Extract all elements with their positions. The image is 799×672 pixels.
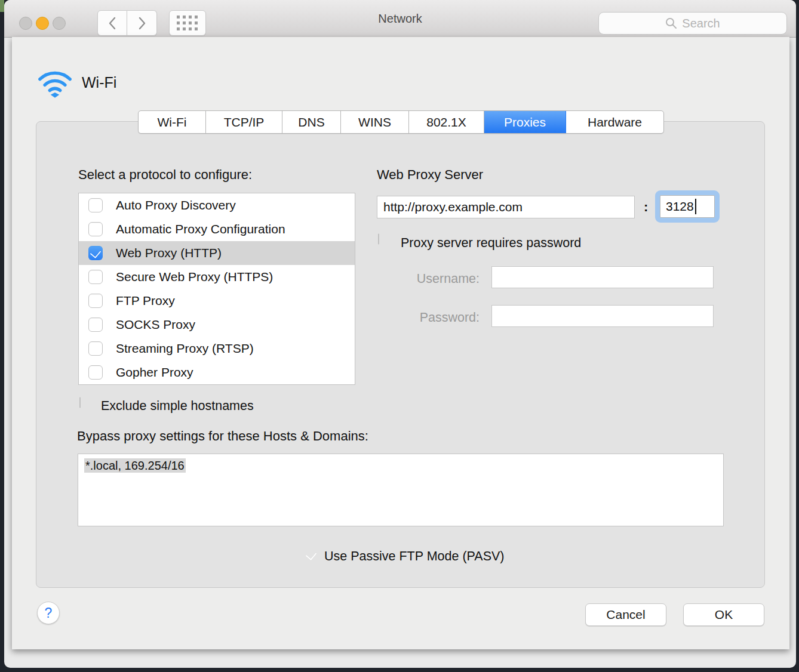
ok-button-label: OK — [715, 608, 733, 622]
bypass-label: Bypass proxy settings for these Hosts & … — [77, 429, 368, 444]
protocol-row[interactable]: FTP Proxy — [79, 289, 355, 313]
protocol-checkbox[interactable] — [88, 341, 103, 356]
grid-icon — [177, 16, 198, 31]
protocol-label: Web Proxy (HTTP) — [116, 246, 222, 260]
bypass-textarea[interactable]: *.local, 169.254/16 — [78, 454, 724, 526]
proxies-sheet: Wi-Fi Wi-Fi TCP/IP DNS WINS 802.1X Proxi… — [12, 37, 789, 649]
protocol-label: Secure Web Proxy (HTTPS) — [116, 270, 273, 284]
forward-button[interactable] — [127, 10, 157, 36]
chevron-left-icon — [108, 17, 116, 30]
show-all-button[interactable] — [169, 10, 206, 36]
protocol-checkbox[interactable] — [88, 294, 103, 308]
proxy-port-focus-ring: 3128 — [655, 190, 720, 223]
desktop-sliver — [0, 0, 4, 12]
tab-hardware[interactable]: Hardware — [566, 111, 663, 133]
help-button[interactable]: ? — [37, 602, 60, 624]
protocol-list-label: Select a protocol to configure: — [78, 167, 252, 183]
web-proxy-server-heading: Web Proxy Server — [377, 167, 483, 183]
tab-8021x[interactable]: 802.1X — [409, 111, 484, 133]
close-button[interactable] — [19, 17, 32, 30]
protocol-label: SOCKS Proxy — [116, 317, 195, 332]
search-icon — [665, 17, 677, 29]
nav-buttons — [97, 10, 157, 36]
protocol-checkbox[interactable] — [88, 270, 103, 284]
password-label: Password: — [323, 310, 480, 325]
protocol-label: Streaming Proxy (RTSP) — [116, 341, 254, 356]
tab-wins[interactable]: WINS — [341, 111, 409, 133]
username-input[interactable] — [491, 266, 714, 288]
zoom-button[interactable] — [53, 17, 66, 30]
ok-button[interactable]: OK — [683, 603, 764, 626]
protocol-row[interactable]: Streaming Proxy (RTSP) — [79, 337, 355, 360]
back-button[interactable] — [97, 10, 127, 36]
tab-dns[interactable]: DNS — [282, 111, 341, 133]
username-label: Username: — [323, 272, 480, 286]
tab-bar: Wi-Fi TCP/IP DNS WINS 802.1X Proxies Har… — [138, 110, 664, 134]
titlebar: Network Search — [4, 0, 796, 38]
protocol-checkbox[interactable] — [88, 246, 103, 260]
text-cursor — [695, 199, 696, 214]
protocol-row[interactable]: Web Proxy (HTTP) — [79, 241, 355, 265]
cancel-button[interactable]: Cancel — [585, 603, 666, 626]
port-separator: : — [644, 199, 648, 215]
protocol-label: FTP Proxy — [116, 294, 175, 308]
proxies-panel: Select a protocol to configure: Auto Pro… — [36, 121, 765, 588]
protocol-label: Auto Proxy Discovery — [116, 198, 236, 212]
protocol-label: Gopher Proxy — [116, 365, 193, 380]
connection-name: Wi-Fi — [82, 74, 116, 91]
protocol-label: Automatic Proxy Configuration — [116, 222, 285, 236]
search-input[interactable]: Search — [598, 12, 787, 35]
protocol-row[interactable]: Secure Web Proxy (HTTPS) — [79, 265, 355, 289]
tab-tcpip[interactable]: TCP/IP — [206, 111, 282, 133]
minimize-button[interactable] — [36, 17, 49, 30]
protocol-row[interactable]: Gopher Proxy — [79, 360, 355, 384]
protocol-row[interactable]: SOCKS Proxy — [79, 313, 355, 337]
exclude-hostnames-label: Exclude simple hostnames — [101, 399, 254, 414]
wifi-icon — [36, 67, 74, 98]
protocol-checkbox[interactable] — [88, 222, 103, 236]
search-placeholder: Search — [682, 17, 720, 30]
tab-wifi[interactable]: Wi-Fi — [139, 111, 206, 133]
proxy-server-input[interactable] — [377, 196, 635, 218]
password-input[interactable] — [491, 305, 714, 327]
protocol-row[interactable]: Automatic Proxy Configuration — [79, 217, 355, 241]
cancel-button-label: Cancel — [606, 608, 645, 622]
bypass-value: *.local, 169.254/16 — [84, 458, 186, 473]
requires-password-checkbox[interactable] — [378, 233, 379, 245]
network-preferences-window: Network Search — [4, 0, 796, 668]
passive-ftp-label: Use Passive FTP Mode (PASV) — [324, 549, 505, 564]
proxy-port-value: 3128 — [666, 199, 694, 214]
exclude-hostnames-checkbox[interactable] — [79, 397, 81, 408]
protocol-checkbox[interactable] — [88, 198, 103, 212]
protocol-row[interactable]: Auto Proxy Discovery — [79, 193, 355, 217]
chevron-right-icon — [138, 17, 146, 30]
proxy-port-input[interactable]: 3128 — [660, 195, 715, 218]
protocol-list: Auto Proxy Discovery Automatic Proxy Con… — [78, 193, 355, 385]
requires-password-label: Proxy server requires password — [401, 236, 581, 251]
protocol-checkbox[interactable] — [88, 365, 103, 380]
question-mark-icon: ? — [45, 605, 53, 621]
tab-proxies[interactable]: Proxies — [484, 111, 566, 133]
protocol-checkbox[interactable] — [88, 317, 103, 332]
